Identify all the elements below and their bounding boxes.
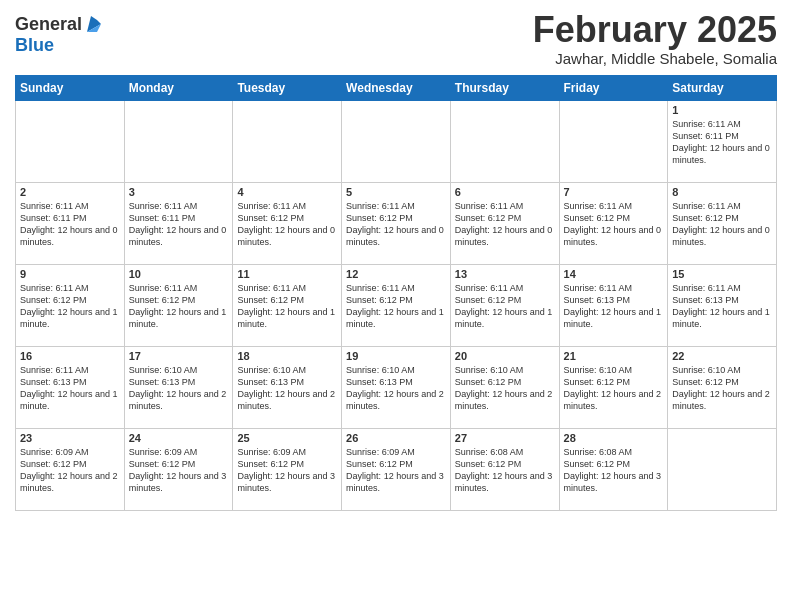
day-number: 9 (20, 268, 120, 280)
day-info: Sunrise: 6:11 AM Sunset: 6:13 PM Dayligh… (20, 364, 120, 413)
day-number: 27 (455, 432, 555, 444)
table-row: 6Sunrise: 6:11 AM Sunset: 6:12 PM Daylig… (450, 182, 559, 264)
logo-icon (83, 14, 105, 36)
table-row: 26Sunrise: 6:09 AM Sunset: 6:12 PM Dayli… (342, 428, 451, 510)
day-info: Sunrise: 6:10 AM Sunset: 6:12 PM Dayligh… (455, 364, 555, 413)
table-row: 4Sunrise: 6:11 AM Sunset: 6:12 PM Daylig… (233, 182, 342, 264)
calendar-week-row: 16Sunrise: 6:11 AM Sunset: 6:13 PM Dayli… (16, 346, 777, 428)
title-block: February 2025 Jawhar, Middle Shabele, So… (533, 10, 777, 67)
day-info: Sunrise: 6:09 AM Sunset: 6:12 PM Dayligh… (129, 446, 229, 495)
table-row: 24Sunrise: 6:09 AM Sunset: 6:12 PM Dayli… (124, 428, 233, 510)
day-info: Sunrise: 6:11 AM Sunset: 6:12 PM Dayligh… (237, 282, 337, 331)
day-info: Sunrise: 6:11 AM Sunset: 6:12 PM Dayligh… (20, 282, 120, 331)
day-info: Sunrise: 6:11 AM Sunset: 6:12 PM Dayligh… (672, 200, 772, 249)
day-number: 12 (346, 268, 446, 280)
table-row: 23Sunrise: 6:09 AM Sunset: 6:12 PM Dayli… (16, 428, 125, 510)
day-number: 3 (129, 186, 229, 198)
calendar-week-row: 1Sunrise: 6:11 AM Sunset: 6:11 PM Daylig… (16, 100, 777, 182)
day-info: Sunrise: 6:10 AM Sunset: 6:13 PM Dayligh… (237, 364, 337, 413)
day-number: 20 (455, 350, 555, 362)
table-row: 16Sunrise: 6:11 AM Sunset: 6:13 PM Dayli… (16, 346, 125, 428)
day-number: 23 (20, 432, 120, 444)
day-info: Sunrise: 6:11 AM Sunset: 6:12 PM Dayligh… (564, 200, 664, 249)
table-row: 22Sunrise: 6:10 AM Sunset: 6:12 PM Dayli… (668, 346, 777, 428)
table-row: 20Sunrise: 6:10 AM Sunset: 6:12 PM Dayli… (450, 346, 559, 428)
day-number: 6 (455, 186, 555, 198)
day-info: Sunrise: 6:11 AM Sunset: 6:12 PM Dayligh… (455, 200, 555, 249)
day-number: 14 (564, 268, 664, 280)
table-row (233, 100, 342, 182)
table-row: 19Sunrise: 6:10 AM Sunset: 6:13 PM Dayli… (342, 346, 451, 428)
col-wednesday: Wednesday (342, 75, 451, 100)
calendar-week-row: 23Sunrise: 6:09 AM Sunset: 6:12 PM Dayli… (16, 428, 777, 510)
day-number: 19 (346, 350, 446, 362)
table-row: 17Sunrise: 6:10 AM Sunset: 6:13 PM Dayli… (124, 346, 233, 428)
col-monday: Monday (124, 75, 233, 100)
day-info: Sunrise: 6:09 AM Sunset: 6:12 PM Dayligh… (237, 446, 337, 495)
table-row (124, 100, 233, 182)
day-number: 18 (237, 350, 337, 362)
day-info: Sunrise: 6:11 AM Sunset: 6:13 PM Dayligh… (564, 282, 664, 331)
table-row: 28Sunrise: 6:08 AM Sunset: 6:12 PM Dayli… (559, 428, 668, 510)
calendar-week-row: 9Sunrise: 6:11 AM Sunset: 6:12 PM Daylig… (16, 264, 777, 346)
calendar: Sunday Monday Tuesday Wednesday Thursday… (15, 75, 777, 511)
day-info: Sunrise: 6:11 AM Sunset: 6:11 PM Dayligh… (129, 200, 229, 249)
table-row: 13Sunrise: 6:11 AM Sunset: 6:12 PM Dayli… (450, 264, 559, 346)
month-title: February 2025 (533, 10, 777, 50)
table-row: 5Sunrise: 6:11 AM Sunset: 6:12 PM Daylig… (342, 182, 451, 264)
day-number: 2 (20, 186, 120, 198)
day-info: Sunrise: 6:11 AM Sunset: 6:12 PM Dayligh… (237, 200, 337, 249)
day-info: Sunrise: 6:11 AM Sunset: 6:11 PM Dayligh… (672, 118, 772, 167)
day-info: Sunrise: 6:10 AM Sunset: 6:13 PM Dayligh… (346, 364, 446, 413)
day-number: 21 (564, 350, 664, 362)
table-row (450, 100, 559, 182)
day-number: 13 (455, 268, 555, 280)
day-info: Sunrise: 6:09 AM Sunset: 6:12 PM Dayligh… (346, 446, 446, 495)
table-row: 3Sunrise: 6:11 AM Sunset: 6:11 PM Daylig… (124, 182, 233, 264)
col-saturday: Saturday (668, 75, 777, 100)
day-info: Sunrise: 6:11 AM Sunset: 6:12 PM Dayligh… (455, 282, 555, 331)
calendar-week-row: 2Sunrise: 6:11 AM Sunset: 6:11 PM Daylig… (16, 182, 777, 264)
day-info: Sunrise: 6:10 AM Sunset: 6:12 PM Dayligh… (672, 364, 772, 413)
table-row: 9Sunrise: 6:11 AM Sunset: 6:12 PM Daylig… (16, 264, 125, 346)
day-info: Sunrise: 6:09 AM Sunset: 6:12 PM Dayligh… (20, 446, 120, 495)
day-number: 8 (672, 186, 772, 198)
day-number: 5 (346, 186, 446, 198)
day-info: Sunrise: 6:11 AM Sunset: 6:13 PM Dayligh… (672, 282, 772, 331)
day-number: 15 (672, 268, 772, 280)
day-number: 22 (672, 350, 772, 362)
day-info: Sunrise: 6:08 AM Sunset: 6:12 PM Dayligh… (564, 446, 664, 495)
page: General Blue February 2025 Jawhar, Middl… (0, 0, 792, 612)
calendar-header-row: Sunday Monday Tuesday Wednesday Thursday… (16, 75, 777, 100)
col-tuesday: Tuesday (233, 75, 342, 100)
table-row (668, 428, 777, 510)
table-row (342, 100, 451, 182)
day-info: Sunrise: 6:11 AM Sunset: 6:11 PM Dayligh… (20, 200, 120, 249)
table-row: 2Sunrise: 6:11 AM Sunset: 6:11 PM Daylig… (16, 182, 125, 264)
day-number: 26 (346, 432, 446, 444)
table-row: 18Sunrise: 6:10 AM Sunset: 6:13 PM Dayli… (233, 346, 342, 428)
day-number: 1 (672, 104, 772, 116)
day-number: 17 (129, 350, 229, 362)
table-row: 27Sunrise: 6:08 AM Sunset: 6:12 PM Dayli… (450, 428, 559, 510)
col-thursday: Thursday (450, 75, 559, 100)
table-row: 1Sunrise: 6:11 AM Sunset: 6:11 PM Daylig… (668, 100, 777, 182)
table-row: 21Sunrise: 6:10 AM Sunset: 6:12 PM Dayli… (559, 346, 668, 428)
day-info: Sunrise: 6:10 AM Sunset: 6:13 PM Dayligh… (129, 364, 229, 413)
table-row: 12Sunrise: 6:11 AM Sunset: 6:12 PM Dayli… (342, 264, 451, 346)
day-number: 25 (237, 432, 337, 444)
col-friday: Friday (559, 75, 668, 100)
day-number: 10 (129, 268, 229, 280)
table-row: 8Sunrise: 6:11 AM Sunset: 6:12 PM Daylig… (668, 182, 777, 264)
day-info: Sunrise: 6:11 AM Sunset: 6:12 PM Dayligh… (346, 200, 446, 249)
logo-blue-text: Blue (15, 36, 106, 56)
day-info: Sunrise: 6:08 AM Sunset: 6:12 PM Dayligh… (455, 446, 555, 495)
location-title: Jawhar, Middle Shabele, Somalia (533, 50, 777, 67)
day-number: 11 (237, 268, 337, 280)
logo-general-text: General (15, 15, 82, 35)
col-sunday: Sunday (16, 75, 125, 100)
table-row (16, 100, 125, 182)
day-info: Sunrise: 6:11 AM Sunset: 6:12 PM Dayligh… (346, 282, 446, 331)
table-row: 11Sunrise: 6:11 AM Sunset: 6:12 PM Dayli… (233, 264, 342, 346)
table-row: 25Sunrise: 6:09 AM Sunset: 6:12 PM Dayli… (233, 428, 342, 510)
